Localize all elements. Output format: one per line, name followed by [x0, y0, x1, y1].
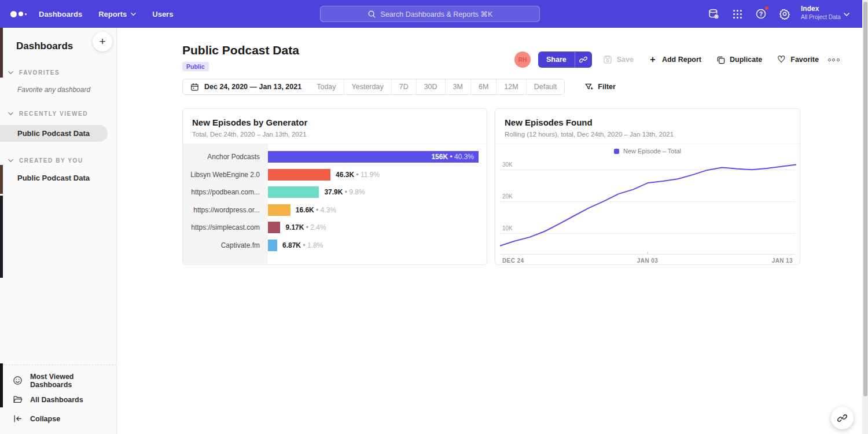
chart-legend: New Episode – Total	[495, 144, 800, 158]
settings-icon[interactable]	[778, 8, 791, 20]
filter-button[interactable]: Filter	[584, 83, 616, 91]
nav-users[interactable]: Users	[152, 10, 173, 19]
top-navigation: Dashboards Reports Users	[39, 10, 173, 19]
app-logo[interactable]	[10, 0, 27, 28]
bar-chart: Anchor Podcasts156K • 40.3%Libsyn WebEng…	[183, 144, 487, 264]
copy-link-fab[interactable]	[831, 407, 854, 429]
bar-row: Anchor Podcasts156K • 40.3%	[183, 148, 479, 166]
bar-category-label: https://wordpress.or...	[183, 206, 268, 214]
section-created-by-you[interactable]: CREATED BY YOU	[0, 157, 116, 164]
bar-rows: Anchor Podcasts156K • 40.3%Libsyn WebEng…	[183, 148, 479, 254]
chevron-down-icon[interactable]	[844, 12, 849, 17]
share-button[interactable]: Share	[538, 52, 575, 68]
preset-today[interactable]: Today	[309, 79, 343, 94]
favorite-button[interactable]: ♡ Favorite	[777, 55, 819, 64]
most-viewed-dashboards-link[interactable]: Most Viewed Dashboards	[0, 371, 116, 390]
link-icon	[579, 56, 587, 64]
bar-category-label: https://podbean.com...	[183, 188, 268, 196]
bar[interactable]: 156K • 40.3%	[268, 151, 479, 163]
scrollbar-track[interactable]	[862, 0, 868, 434]
bar-category-label: https://simplecast.com	[183, 223, 268, 231]
share-split-button: Share	[538, 52, 592, 68]
bar-value-label: 37.9K • 9.8%	[324, 186, 365, 198]
bar[interactable]	[268, 240, 277, 251]
add-report-button[interactable]: + Add Report	[648, 55, 701, 64]
chevron-down-icon	[8, 158, 13, 163]
legend-swatch	[614, 149, 619, 154]
line-chart: 10K20K30K	[500, 158, 795, 254]
bar[interactable]	[268, 186, 319, 198]
preset-7d[interactable]: 7D	[391, 79, 416, 94]
all-dashboards-link[interactable]: All Dashboards	[0, 390, 116, 409]
preset-yesterday[interactable]: Yesterday	[344, 79, 391, 94]
bar-value-label: 6.87K • 1.8%	[282, 240, 323, 251]
smiley-icon	[13, 376, 23, 385]
sidebar-item-public-podcast-data-created[interactable]: Public Podcast Data	[0, 174, 116, 182]
save-button[interactable]: Save	[603, 55, 634, 64]
card-new-episodes-by-generator: New Episodes by Generator Total, Dec 24t…	[182, 108, 487, 265]
date-controls: Dec 24, 2020 — Jan 13, 2021 TodayYesterd…	[182, 79, 616, 95]
bar-value-label: 16.6K • 4.3%	[296, 204, 336, 216]
avatar[interactable]: RH	[514, 52, 531, 68]
nav-dashboards[interactable]: Dashboards	[39, 10, 82, 19]
bar[interactable]	[268, 222, 280, 233]
preset-30d[interactable]: 30D	[416, 79, 445, 94]
public-badge: Public	[182, 62, 209, 71]
chevron-down-icon	[131, 12, 136, 17]
calendar-icon	[190, 83, 199, 91]
x-tick-label: JAN 03	[637, 258, 658, 264]
bar-category-label: Captivate.fm	[183, 241, 268, 249]
page-title: Public Podcast Data	[182, 43, 299, 57]
bar-value-label: 9.17K • 2.4%	[285, 222, 326, 233]
search-input[interactable]: Search Dashboards & Reports ⌘K	[320, 6, 540, 22]
copy-icon	[716, 55, 725, 64]
dashboard-actions: RH Share Save + Add Report Duplicate ♡ F…	[514, 52, 840, 68]
card-title: New Episodes Found	[505, 117, 790, 127]
date-presets: TodayYesterday7D30D3M6M12MDefault	[309, 79, 564, 94]
duplicate-button[interactable]: Duplicate	[716, 55, 762, 64]
bar-row: Captivate.fm6.87K • 1.8%	[183, 237, 479, 255]
preset-12m[interactable]: 12M	[496, 79, 525, 94]
bar-value-label: 156K • 40.3%	[431, 151, 474, 163]
help-icon[interactable]: ?	[755, 8, 767, 20]
bar[interactable]	[268, 169, 330, 181]
folder-icon	[13, 395, 23, 404]
bar-row: https://podbean.com...37.9K • 9.8%	[183, 183, 479, 201]
bar-row: https://wordpress.or...16.6K • 4.3%	[183, 201, 479, 219]
apps-grid-icon[interactable]	[731, 8, 744, 20]
heart-icon: ♡	[777, 55, 786, 64]
filter-icon	[584, 83, 593, 91]
bar-category-label: Anchor Podcasts	[183, 153, 268, 161]
collapse-icon	[13, 414, 23, 424]
sidebar-item-public-podcast-data[interactable]: Public Podcast Data	[0, 125, 108, 142]
topbar: Dashboards Reports Users Search Dashboar…	[0, 0, 868, 28]
date-range-picker[interactable]: Dec 24, 2020 — Jan 13, 2021	[183, 79, 309, 94]
project-subtitle: All Project Data	[801, 14, 841, 20]
card-header: New Episodes Found Rolling (12 hours), t…	[495, 109, 800, 144]
x-tick-label: DEC 24	[502, 258, 524, 264]
share-link-button[interactable]	[575, 52, 592, 68]
more-options-button[interactable]	[828, 58, 840, 61]
new-dashboard-button[interactable]: +	[93, 32, 112, 52]
topbar-icons: ?	[707, 0, 791, 28]
bar-category-label: Libsyn WebEngine 2.0	[183, 171, 268, 179]
section-recently-viewed[interactable]: RECENTLY VIEWED	[0, 111, 116, 117]
section-favorites[interactable]: FAVORITES	[0, 69, 116, 76]
notification-badge	[764, 6, 769, 10]
x-axis: DEC 24 JAN 03 JAN 13	[500, 254, 795, 265]
card-new-episodes-found: New Episodes Found Rolling (12 hours), t…	[495, 108, 800, 265]
line-series	[500, 158, 796, 254]
project-switcher[interactable]: Index All Project Data	[801, 5, 841, 20]
chevron-down-icon	[8, 111, 13, 116]
bar[interactable]	[268, 204, 290, 216]
preset-3m[interactable]: 3M	[445, 79, 470, 94]
nav-reports[interactable]: Reports	[98, 10, 136, 19]
bar-value-label: 46.3K • 11.9%	[336, 169, 380, 181]
data-management-icon[interactable]	[707, 8, 720, 20]
preset-6m[interactable]: 6M	[470, 79, 496, 94]
sidebar: Dashboards + FAVORITES Favorite any dash…	[0, 28, 117, 434]
scrollbar-thumb[interactable]	[863, 2, 867, 396]
collapse-sidebar-button[interactable]: Collapse	[0, 409, 116, 428]
sidebar-footer: Most Viewed Dashboards All Dashboards Co…	[0, 365, 116, 434]
preset-default[interactable]: Default	[526, 79, 565, 94]
